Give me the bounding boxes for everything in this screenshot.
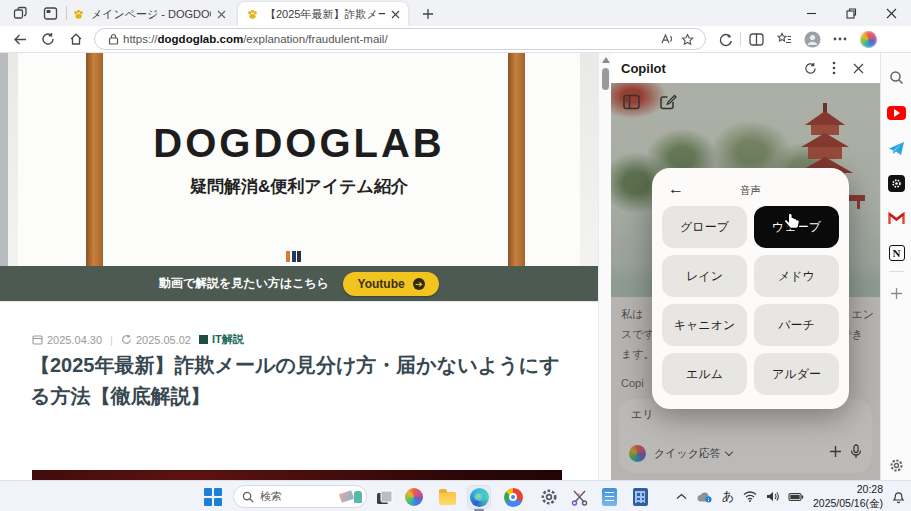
address-bar[interactable]: https://dogdoglab.com/explanation/fraudu… bbox=[94, 28, 706, 50]
update-icon bbox=[121, 334, 132, 345]
mouse-cursor-hand bbox=[783, 212, 800, 236]
collections-icon[interactable] bbox=[771, 27, 797, 51]
tab-title: 【2025年最新】詐欺メールの見分け方 bbox=[265, 7, 385, 22]
read-aloud-icon[interactable] bbox=[657, 33, 677, 45]
hero-image: DOGDOGLAB 疑問解消&便利アイテム紹介 bbox=[0, 53, 598, 266]
ime-indicator[interactable]: あ bbox=[722, 488, 734, 505]
article-meta: 2025.04.30 | 2025.05.02 IT解説 bbox=[32, 332, 244, 347]
sidebar-divider bbox=[889, 271, 904, 272]
favorite-star-icon[interactable] bbox=[677, 33, 697, 46]
marker-pen-dark bbox=[297, 251, 301, 262]
tab-fraud-mail-article[interactable]: 【2025年最新】詐欺メールの見分け方 bbox=[238, 2, 408, 26]
settings-more-icon[interactable] bbox=[827, 27, 853, 51]
youtube-button[interactable]: Youtube ➔ bbox=[343, 272, 439, 296]
paw-favicon bbox=[72, 8, 85, 21]
voice-option-elm[interactable]: エルム bbox=[662, 353, 747, 395]
tab-actions-icon[interactable] bbox=[38, 3, 62, 23]
voice-modal-title: 音声 bbox=[662, 184, 839, 198]
split-screen-icon[interactable] bbox=[743, 27, 769, 51]
taskbar-clock[interactable]: 20:28 2025/05/16(金) bbox=[813, 483, 883, 509]
notepad-button[interactable] bbox=[597, 485, 621, 509]
marker-pen-navy bbox=[292, 251, 296, 262]
tab-close-icon[interactable] bbox=[391, 10, 400, 19]
article-title: 【2025年最新】詐欺メールの見分け方・届かないようにする方法【徹底解説】 bbox=[30, 350, 565, 412]
category-badge[interactable]: IT解説 bbox=[199, 332, 244, 347]
voice-option-alder[interactable]: アルダー bbox=[754, 353, 839, 395]
sidebar-notion-icon[interactable]: N bbox=[881, 241, 911, 265]
sidebar-telegram-icon[interactable] bbox=[881, 136, 911, 160]
page-scrollbar[interactable] bbox=[598, 53, 611, 480]
browser-essentials-icon[interactable] bbox=[712, 27, 738, 51]
workspaces-icon[interactable] bbox=[8, 3, 32, 23]
banner-text: 動画で解説を見たい方はこちら bbox=[159, 275, 329, 292]
tab-title: メインページ - DOGDOGLAB bbox=[91, 7, 211, 22]
voice-selection-modal: ← 音声 グローブ ウェーブ レイン メドウ キャニオン バーチ エルム アルダ… bbox=[652, 168, 849, 409]
tray-chevron-up-icon[interactable] bbox=[676, 493, 687, 500]
search-highlight-image[interactable] bbox=[340, 491, 362, 503]
battery-icon[interactable] bbox=[788, 492, 804, 502]
close-button[interactable] bbox=[871, 0, 911, 26]
settings-app-button[interactable] bbox=[537, 485, 561, 509]
desktop-screen: メインページ - DOGDOGLAB 【2025年最新】詐欺メールの見分け方 h… bbox=[0, 0, 911, 511]
tab-close-icon[interactable] bbox=[217, 10, 226, 19]
site-logo-text: DOGDOGLAB bbox=[0, 121, 598, 166]
copilot-more-icon[interactable] bbox=[822, 56, 846, 80]
back-button[interactable] bbox=[6, 27, 34, 51]
voice-option-globe[interactable]: グローブ bbox=[662, 206, 747, 248]
search-icon bbox=[242, 491, 254, 503]
voice-option-meadow[interactable]: メドウ bbox=[754, 255, 839, 297]
paw-favicon bbox=[246, 8, 259, 21]
calendar-icon bbox=[32, 334, 43, 345]
chrome-browser-button[interactable] bbox=[501, 485, 525, 509]
restore-button[interactable] bbox=[831, 0, 871, 26]
scrollbar-thumb[interactable] bbox=[602, 68, 609, 90]
copilot-toolbar-icon[interactable] bbox=[855, 27, 881, 51]
meta-divider: | bbox=[110, 334, 113, 346]
sidebar-gmail-icon[interactable] bbox=[881, 206, 911, 230]
sidebar-youtube-icon[interactable] bbox=[881, 101, 911, 125]
youtube-banner: 動画で解説を見たい方はこちら Youtube ➔ bbox=[0, 266, 598, 301]
start-button[interactable] bbox=[201, 485, 225, 509]
taskbar-search-box[interactable]: 検索 bbox=[233, 485, 367, 508]
edge-browser-button[interactable] bbox=[467, 485, 491, 509]
marker-pen-orange bbox=[286, 251, 290, 262]
scrollbar-up-arrow[interactable] bbox=[602, 57, 610, 63]
browser-toolbar: https://dogdoglab.com/explanation/fraudu… bbox=[0, 26, 911, 53]
tray-date: 2025/05/16(金) bbox=[813, 497, 883, 510]
url-text[interactable]: https://dogdoglab.com/explanation/fraudu… bbox=[123, 33, 657, 45]
minimize-button[interactable] bbox=[791, 0, 831, 26]
copilot-panel: Copilot bbox=[611, 53, 880, 480]
voice-option-canyon[interactable]: キャニオン bbox=[662, 304, 747, 346]
lock-icon[interactable] bbox=[103, 33, 123, 45]
window-controls bbox=[791, 0, 911, 26]
copilot-refresh-icon[interactable] bbox=[798, 56, 822, 80]
tab-main-page[interactable]: メインページ - DOGDOGLAB bbox=[64, 2, 234, 26]
voice-option-rain[interactable]: レイン bbox=[662, 255, 747, 297]
voice-options-grid: グローブ ウェーブ レイン メドウ キャニオン バーチ エルム アルダー bbox=[662, 206, 839, 395]
taskbar-copilot-button[interactable] bbox=[402, 485, 426, 509]
volume-icon[interactable] bbox=[766, 491, 779, 502]
new-tab-button[interactable] bbox=[418, 4, 438, 24]
wifi-icon[interactable] bbox=[743, 491, 757, 502]
updated-date: 2025.05.02 bbox=[121, 334, 191, 346]
task-view-button[interactable] bbox=[372, 485, 396, 509]
copilot-header: Copilot bbox=[611, 53, 880, 83]
sidebar-settings-icon[interactable] bbox=[881, 453, 911, 477]
site-tagline: 疑問解消&便利アイテム紹介 bbox=[0, 175, 598, 198]
profile-avatar[interactable] bbox=[799, 27, 825, 51]
sidebar-search-icon[interactable] bbox=[881, 65, 911, 89]
notification-bell-icon[interactable] bbox=[892, 490, 905, 504]
home-button[interactable] bbox=[62, 27, 90, 51]
article-section: 2025.04.30 | 2025.05.02 IT解説 【2025年最新】詐欺… bbox=[0, 301, 598, 480]
sidebar-add-icon[interactable] bbox=[881, 281, 911, 305]
calculator-button[interactable] bbox=[628, 485, 652, 509]
onedrive-cloud-icon[interactable] bbox=[696, 491, 713, 503]
file-explorer-button[interactable] bbox=[435, 485, 459, 509]
sidebar-app-gear-icon[interactable] bbox=[881, 171, 911, 195]
snipping-tool-button[interactable] bbox=[567, 485, 591, 509]
voice-option-birch[interactable]: バーチ bbox=[754, 304, 839, 346]
published-date: 2025.04.30 bbox=[32, 334, 102, 346]
copilot-close-icon[interactable] bbox=[846, 56, 870, 80]
refresh-button[interactable] bbox=[34, 27, 62, 51]
toolbar-divider bbox=[740, 32, 741, 46]
